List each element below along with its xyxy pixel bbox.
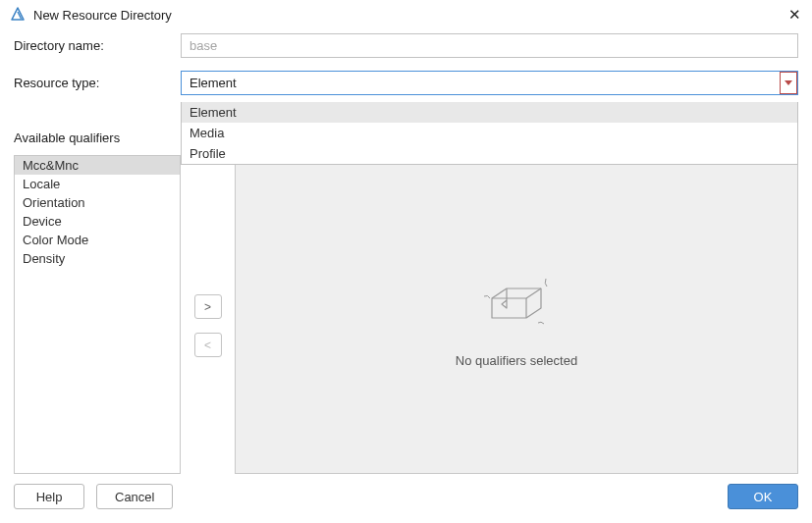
resource-type-row: Resource type: Element [14,71,798,95]
dropdown-option-element[interactable]: Element [182,102,797,123]
dropdown-option-media[interactable]: Media [182,123,797,143]
directory-name-label: Directory name: [14,38,181,53]
combo-arrow-button[interactable] [780,72,797,94]
chevron-down-icon [785,80,792,85]
remove-qualifier-button[interactable]: < [194,333,222,357]
dropdown-option-profile[interactable]: Profile [182,143,797,164]
available-qualifiers-label: Available qualifiers [14,131,181,145]
app-logo-icon [10,7,26,23]
directory-name-input[interactable] [181,33,798,58]
resource-type-label: Resource type: [14,76,181,90]
qualifier-item-colormode[interactable]: Color Mode [15,231,180,249]
new-resource-directory-dialog: New Resource Directory ✕ Directory name:… [0,0,812,523]
dialog-content: Directory name: Resource type: Element E… [0,29,812,474]
help-button[interactable]: Help [14,484,84,509]
qualifier-item-density[interactable]: Density [15,249,180,268]
titlebar: New Resource Directory ✕ [0,0,812,29]
add-qualifier-button[interactable]: > [194,294,222,319]
resource-type-combo[interactable]: Element [181,71,798,95]
selected-qualifiers-panel: No qualifiers selected [235,162,798,474]
empty-state-text: No qualifiers selected [456,353,577,368]
transfer-buttons-column: > < [181,162,235,474]
empty-inbox-icon [472,269,561,338]
lower-panel: Available qualifiers Mcc&Mnc Locale Orie… [14,162,798,474]
qualifier-item-locale[interactable]: Locale [15,175,180,193]
ok-button[interactable]: OK [728,484,798,509]
qualifier-item-mccmnc[interactable]: Mcc&Mnc [15,156,180,175]
dialog-title: New Resource Directory [33,8,786,23]
directory-name-row: Directory name: [14,33,798,58]
available-qualifiers-column: Available qualifiers Mcc&Mnc Locale Orie… [14,162,181,474]
resource-type-selected: Element [182,76,797,90]
qualifier-list[interactable]: Mcc&Mnc Locale Orientation Device Color … [14,155,181,474]
qualifier-item-orientation[interactable]: Orientation [15,193,180,212]
resource-type-dropdown: Element Media Profile [181,102,798,165]
dialog-footer: Help Cancel OK [0,474,812,523]
cancel-button[interactable]: Cancel [96,484,173,509]
close-icon[interactable]: ✕ [786,6,802,24]
qualifier-item-device[interactable]: Device [15,212,180,231]
